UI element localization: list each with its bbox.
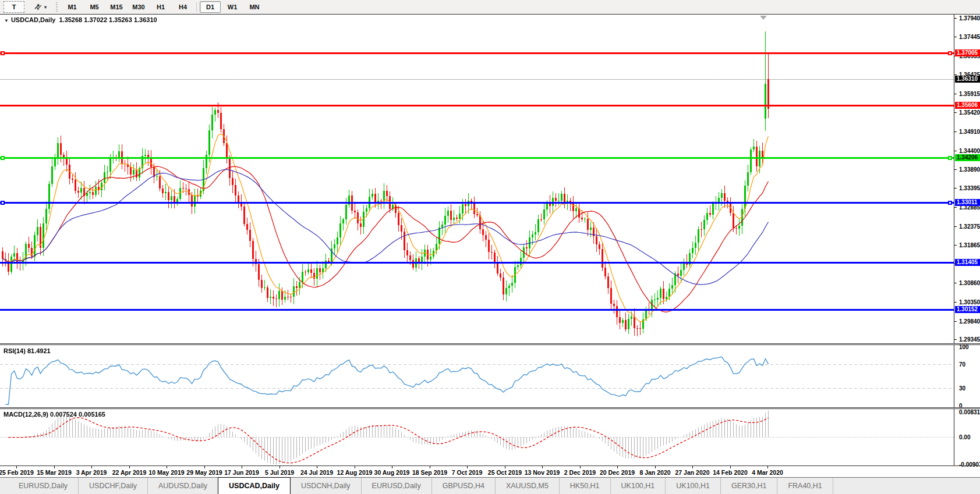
price-tick	[954, 18, 957, 19]
timeframe-button-h1[interactable]: H1	[150, 1, 171, 13]
time-tick	[167, 466, 167, 468]
price-tick-label: 1.30350	[959, 299, 980, 305]
macd-label: MACD(12,26,9) 0.007524 0.005165	[3, 411, 105, 418]
price-tick	[954, 112, 957, 113]
time-tick	[580, 466, 581, 468]
time-tick-label: 3 Apr 2019	[76, 469, 107, 476]
price-tick-label: 1.29345	[959, 336, 980, 343]
time-tick	[655, 466, 656, 468]
chart-tab-hk50-h1[interactable]: HK50,H1	[559, 478, 610, 494]
autoscroll-marker-icon[interactable]	[760, 16, 767, 20]
level-price-badge: 1.33011	[955, 199, 980, 206]
level-price-badge: 1.34206	[955, 154, 980, 161]
dropdown-caret-icon: ▾	[44, 5, 47, 10]
timeframe-button-mn[interactable]: MN	[244, 1, 265, 13]
macd-indicator-canvas[interactable]	[0, 409, 954, 465]
level-price-badge: 1.31405	[955, 259, 980, 266]
time-tick-label: 25 Feb 2019	[0, 469, 34, 476]
time-tick-label: 8 Jan 2020	[639, 469, 670, 476]
chart-tab-usdchf-daily[interactable]: USDCHF,Daily	[78, 478, 147, 494]
macd-tick-label: 0.00	[959, 434, 970, 440]
collapse-arrow-icon[interactable]: ▼	[4, 18, 9, 23]
time-tick	[430, 466, 430, 468]
time-tick	[317, 466, 317, 468]
level-handle[interactable]	[1, 51, 5, 55]
level-price-badge: 1.35606	[955, 102, 980, 109]
level-handle[interactable]	[948, 51, 952, 55]
toolbar-grip[interactable]	[56, 2, 58, 12]
chart-tab-eurusd-daily[interactable]: EURUSD,Daily	[361, 478, 431, 494]
rsi-indicator-canvas[interactable]	[0, 345, 954, 407]
time-tick-label: 30 Aug 2019	[374, 469, 410, 476]
tab-bar-end-separator	[833, 478, 854, 494]
timeframe-button-m15[interactable]: M15	[106, 1, 127, 13]
price-chart-canvas[interactable]	[0, 15, 954, 343]
time-tick	[355, 466, 355, 468]
time-tick-label: 17 Jun 2019	[224, 469, 259, 476]
price-tick	[954, 132, 957, 132]
price-tick	[954, 188, 957, 189]
symbol-switch-button[interactable]: ▾	[30, 1, 51, 13]
time-tick	[542, 466, 543, 468]
level-price-badge: 1.30152	[955, 306, 980, 313]
level-handle[interactable]	[1, 201, 5, 205]
time-tick	[204, 466, 205, 468]
price-tick-label: 1.34910	[959, 129, 980, 135]
chart-tab-fra40-h1[interactable]: FRA40,H1	[777, 478, 832, 494]
rsi-axis[interactable]: 10070300	[954, 345, 980, 407]
chart-tab-xauusd-m5[interactable]: XAUUSD,M5	[495, 478, 559, 494]
level-handle[interactable]	[948, 156, 952, 160]
current-price-badge: 1.36310	[955, 76, 980, 83]
rsi-tick-label: 30	[959, 385, 965, 392]
price-tick	[954, 283, 957, 283]
chart-tab-uk100-h1[interactable]: UK100,H1	[665, 478, 720, 494]
trading-terminal: T ▾ M1M5M15M30H1H4D1W1MN ▼USDCAD,Daily 1…	[0, 0, 980, 494]
price-tick	[954, 169, 957, 170]
timeframe-button-d1[interactable]: D1	[200, 1, 221, 13]
price-axis[interactable]: 1.379401.374451.369351.364251.359151.354…	[954, 15, 980, 343]
timeframe-button-m1[interactable]: M1	[62, 1, 83, 13]
level-handle[interactable]	[1, 156, 5, 160]
chart-tab-usdcnh-daily[interactable]: USDCNH,Daily	[291, 478, 361, 494]
level-handle[interactable]	[948, 201, 952, 205]
time-tick	[91, 466, 92, 468]
chart-ohlc-values: 1.35268 1.37022 1.35263 1.36310	[59, 16, 157, 23]
price-tick	[954, 207, 957, 208]
chart-tab-gbpusd-h4[interactable]: GBPUSD,H4	[431, 478, 495, 494]
time-axis[interactable]: 25 Feb 201915 Mar 20193 Apr 201922 Apr 2…	[0, 466, 954, 477]
chart-tab-ger30-h1[interactable]: GER30,H1	[720, 478, 777, 494]
price-tick	[954, 37, 957, 37]
chart-tab-audusd-daily[interactable]: AUDUSD,Daily	[147, 478, 218, 494]
timeframe-button-m30[interactable]: M30	[128, 1, 149, 13]
chart-tab-usdcad-daily[interactable]: USDCAD,Daily	[218, 477, 291, 494]
time-tick-label: 2 Dec 2019	[564, 469, 596, 476]
toolbar-separator	[196, 2, 197, 12]
time-tick-label: 25 Oct 2019	[488, 469, 522, 476]
text-tool-button[interactable]: T	[3, 1, 24, 13]
price-tick-label: 1.34400	[959, 148, 980, 154]
price-tick	[954, 74, 957, 75]
timeframe-button-w1[interactable]: W1	[222, 1, 243, 13]
time-tick	[54, 466, 55, 468]
chart-tab-uk100-h1[interactable]: UK100,H1	[610, 478, 666, 494]
price-tick-label: 1.37445	[959, 34, 980, 40]
price-tick-label: 1.35915	[959, 91, 980, 97]
macd-axis[interactable]: 0.0083150.00-0.009071	[954, 409, 980, 465]
timeframe-button-m5[interactable]: M5	[84, 1, 105, 13]
price-tick-label: 1.32375	[959, 223, 980, 230]
macd-tick-label: 0.008315	[959, 409, 980, 415]
time-tick-label: 10 May 2019	[148, 469, 184, 476]
price-tick-label: 1.33395	[959, 185, 980, 191]
time-tick-label: 13 Nov 2019	[525, 469, 560, 476]
price-tick	[954, 321, 957, 322]
rsi-tick-label: 100	[959, 344, 969, 350]
chart-tab-eurusd-daily[interactable]: EURUSD,Daily	[8, 478, 78, 494]
price-tick-label: 1.37940	[959, 15, 980, 22]
price-tick	[954, 245, 957, 246]
time-tick	[505, 466, 505, 468]
time-tick-label: 4 Mar 2020	[752, 469, 783, 476]
rsi-tick-label: 70	[959, 361, 965, 368]
timeframe-button-h4[interactable]: H4	[172, 1, 193, 13]
price-tick	[954, 94, 957, 94]
time-tick-label: 18 Sep 2019	[412, 469, 447, 476]
